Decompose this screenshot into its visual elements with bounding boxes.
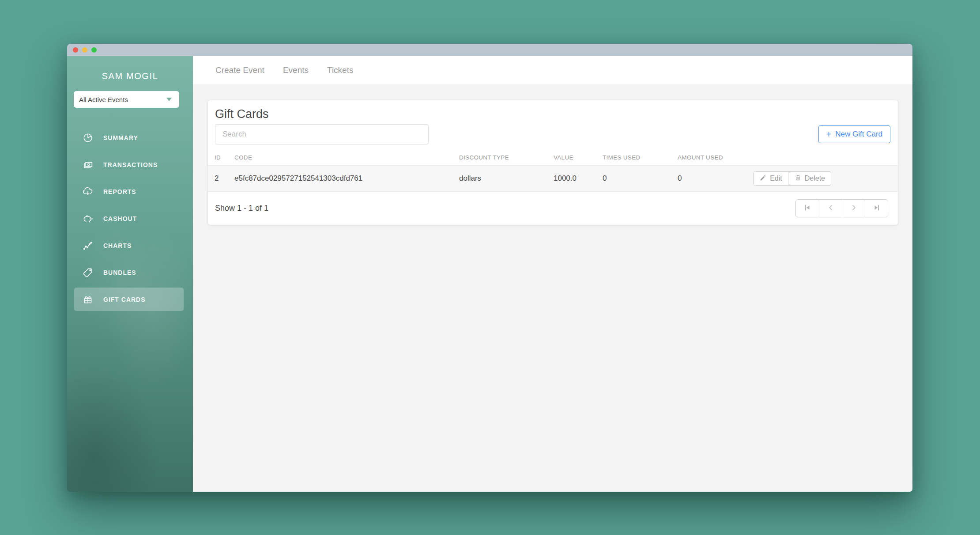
sidebar-nav: SUMMARY TRANSACTIONS bbox=[67, 126, 193, 311]
sidebar-item-label: CASHOUT bbox=[103, 215, 137, 222]
next-page-icon bbox=[849, 203, 859, 214]
tab-events[interactable]: Events bbox=[283, 65, 309, 75]
column-header-code: CODE bbox=[234, 154, 459, 161]
pagination-summary: Show 1 - 1 of 1 bbox=[215, 204, 268, 213]
column-header-discount-type: DISCOUNT TYPE bbox=[459, 154, 554, 161]
cell-discount-type: dollars bbox=[459, 174, 554, 183]
delete-button[interactable]: Delete bbox=[788, 172, 831, 185]
top-navigation: Create Event Events Tickets bbox=[193, 56, 912, 84]
app-window: SAM MOGIL All Active Events SUMMARY bbox=[67, 44, 912, 492]
sidebar-item-transactions[interactable]: TRANSACTIONS bbox=[74, 153, 184, 176]
sidebar-item-label: TRANSACTIONS bbox=[103, 161, 158, 168]
plus-icon: + bbox=[826, 130, 832, 139]
tab-create-event[interactable]: Create Event bbox=[215, 65, 264, 75]
edit-button[interactable]: Edit bbox=[754, 172, 788, 185]
pie-chart-icon bbox=[82, 132, 94, 144]
panel-footer: Show 1 - 1 of 1 bbox=[208, 192, 898, 225]
sidebar-item-reports[interactable]: REPORTS bbox=[74, 180, 184, 203]
new-gift-card-label: New Gift Card bbox=[835, 130, 882, 139]
first-page-button[interactable] bbox=[796, 200, 819, 217]
sidebar-item-label: REPORTS bbox=[103, 188, 136, 195]
delete-button-label: Delete bbox=[805, 175, 825, 182]
prev-page-icon bbox=[826, 203, 836, 214]
sidebar-item-label: SUMMARY bbox=[103, 134, 138, 141]
tab-tickets[interactable]: Tickets bbox=[327, 65, 353, 75]
cell-amount-used: 0 bbox=[678, 174, 766, 183]
sidebar-item-summary[interactable]: SUMMARY bbox=[74, 126, 184, 149]
prev-page-button[interactable] bbox=[819, 200, 842, 217]
table-header-row: ID CODE DISCOUNT TYPE VALUE TIMES USED A… bbox=[208, 150, 898, 166]
sidebar-item-cashout[interactable]: CASHOUT bbox=[74, 207, 184, 230]
cell-id: 2 bbox=[208, 174, 234, 183]
row-actions: Edit Delete bbox=[753, 171, 831, 186]
content-area: Gift Cards + New Gift Card ID CODE DISCO… bbox=[193, 84, 912, 492]
sidebar-item-gift-cards[interactable]: GIFT CARDS bbox=[74, 288, 184, 311]
last-page-button[interactable] bbox=[865, 200, 888, 217]
sidebar-item-charts[interactable]: CHARTS bbox=[74, 234, 184, 257]
event-filter-dropdown[interactable]: All Active Events bbox=[74, 91, 179, 108]
next-page-button[interactable] bbox=[842, 200, 865, 217]
window-body: SAM MOGIL All Active Events SUMMARY bbox=[67, 56, 912, 492]
sidebar: SAM MOGIL All Active Events SUMMARY bbox=[67, 56, 193, 492]
column-header-amount-used: AMOUNT USED bbox=[678, 154, 766, 161]
search-input[interactable] bbox=[215, 124, 429, 144]
zoom-button[interactable] bbox=[91, 47, 97, 53]
sidebar-item-label: GIFT CARDS bbox=[103, 296, 146, 303]
user-name: SAM MOGIL bbox=[67, 71, 193, 81]
pencil-icon bbox=[759, 174, 767, 183]
edit-button-label: Edit bbox=[770, 175, 782, 182]
table-row: 2 e5fc87dce0295727152541303cdfd761 dolla… bbox=[208, 166, 898, 192]
column-header-value: VALUE bbox=[554, 154, 603, 161]
close-button[interactable] bbox=[73, 47, 78, 53]
piggy-bank-icon bbox=[82, 212, 94, 225]
first-page-icon bbox=[803, 203, 812, 214]
gift-cards-panel: Gift Cards + New Gift Card ID CODE DISCO… bbox=[208, 100, 898, 225]
panel-toolbar: + New Gift Card bbox=[215, 124, 890, 144]
column-header-id: ID bbox=[208, 154, 234, 161]
banknotes-icon bbox=[82, 159, 94, 171]
cell-times-used: 0 bbox=[603, 174, 678, 183]
sidebar-item-bundles[interactable]: BUNDLES bbox=[74, 261, 184, 284]
last-page-icon bbox=[872, 203, 882, 214]
minimize-button[interactable] bbox=[82, 47, 87, 53]
pagination-controls bbox=[795, 199, 888, 217]
gift-icon bbox=[82, 293, 94, 306]
price-tag-icon bbox=[82, 266, 94, 279]
trash-icon bbox=[794, 174, 802, 183]
sidebar-item-label: CHARTS bbox=[103, 242, 132, 249]
new-gift-card-button[interactable]: + New Gift Card bbox=[818, 125, 890, 143]
column-header-times-used: TIMES USED bbox=[603, 154, 678, 161]
page-title: Gift Cards bbox=[215, 107, 898, 121]
cloud-download-icon bbox=[82, 186, 94, 198]
line-chart-icon bbox=[82, 239, 94, 252]
event-filter-value: All Active Events bbox=[79, 96, 128, 103]
main-area: Create Event Events Tickets Gift Cards +… bbox=[193, 56, 912, 492]
chevron-down-icon bbox=[166, 98, 172, 101]
window-titlebar bbox=[67, 44, 912, 56]
cell-code: e5fc87dce0295727152541303cdfd761 bbox=[234, 174, 459, 183]
cell-value: 1000.0 bbox=[554, 174, 603, 183]
sidebar-item-label: BUNDLES bbox=[103, 269, 136, 276]
